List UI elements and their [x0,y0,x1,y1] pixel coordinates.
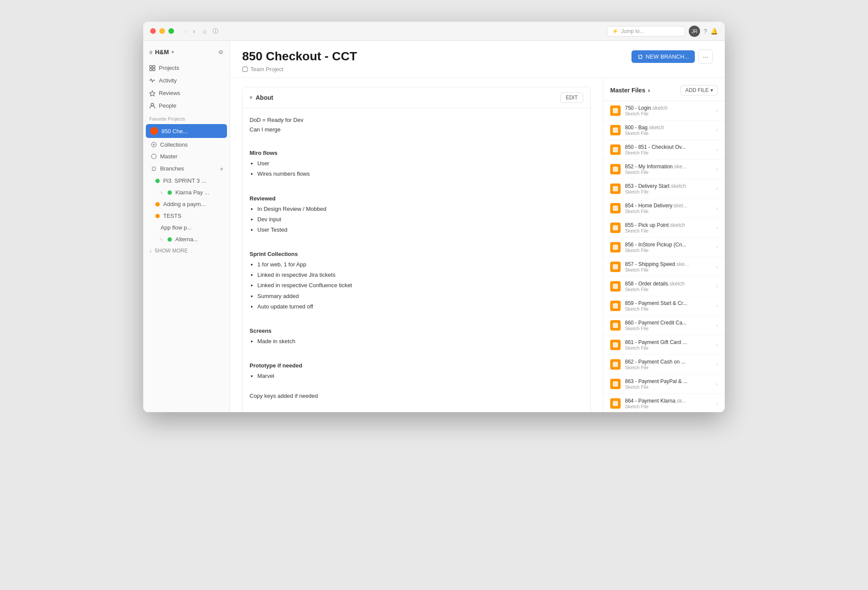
notifications-button[interactable]: 🔔 [710,28,718,35]
about-line-merge: Can I merge [250,125,583,134]
file-item-854[interactable]: 854 - Home Delivery.sket... Sketch File … [603,199,725,218]
close-button[interactable] [150,28,156,34]
show-more-label: SHOW MORE [155,248,188,254]
favorite-projects-label: Favorite Projects [143,112,230,123]
file-item-859[interactable]: 859 - Payment Start & Cr... Sketch File … [603,296,725,316]
main-header: 850 Checkout - CCT Team Project NEW BRAN… [230,41,725,78]
sidebar-item-branches[interactable]: Branches + [143,162,230,175]
file-chevron-858: › [716,283,718,289]
sidebar-item-active-project[interactable]: 850 Che... [146,124,227,138]
file-item-857[interactable]: 857 - Shipping Speed.ske... Sketch File … [603,257,725,277]
sidebar-item-projects[interactable]: Projects [143,62,230,74]
about-line-copy: Copy keys added if needed [250,391,583,401]
file-item-856[interactable]: 856 - InStore Pickup (Cn... Sketch File … [603,238,725,257]
file-item-853[interactable]: 853 - Delivery Start.sketch Sketch File … [603,179,725,199]
add-branch-icon[interactable]: + [220,165,224,172]
file-item-852[interactable]: 852 - My Information.ske... Sketch File … [603,160,725,179]
new-branch-label: NEW BRANCH... [646,53,689,60]
filter-icon[interactable]: ⚙ [218,49,224,56]
sidebar-item-activity[interactable]: Activity [143,74,230,87]
sidebar-item-pi3-sprint3[interactable]: Pi3. SPRINT 3 ... [143,175,230,187]
branch-status-dot [155,214,160,218]
jump-to-label: Jump to... [621,28,644,34]
branch-icon [151,166,157,171]
team-icon [242,66,248,72]
reviewed-list: In Design Review / Mobbed Dev input User… [250,204,583,235]
user-avatar[interactable]: JR [689,26,700,37]
forward-button[interactable]: › [191,27,197,36]
sidebar-item-reviews[interactable]: Reviews [143,87,230,99]
file-type-856: Sketch File [625,248,713,253]
about-line-miro: Miro flows [250,148,583,158]
add-file-label: ADD FILE [685,87,709,93]
sidebar-item-collections[interactable]: Collections [143,139,230,151]
info-button[interactable]: ⓘ [210,26,220,36]
file-icon-800 [610,125,621,135]
file-item-860[interactable]: 860 - Payment Credit Ca... Sketch File › [603,316,725,335]
file-chevron-860: › [716,322,718,328]
edit-button[interactable]: EDIT [560,92,583,103]
brand-name[interactable]: # H&M ▾ [149,49,174,56]
svg-rect-8 [243,67,247,72]
file-icon-862 [610,359,621,370]
sidebar-item-people[interactable]: People [143,99,230,112]
file-item-850[interactable]: 850 - 851 - Checkout Ov... Sketch File › [603,140,725,160]
file-item-861[interactable]: 861 - Payment Gift Card ... Sketch File … [603,335,725,355]
active-project-label: 850 Che... [161,128,187,134]
collapse-icon[interactable]: ▾ [250,95,252,101]
klarna-pay-label: Klarna Pay ... [175,189,209,196]
file-item-864[interactable]: 864 - Payment Klarna.sk... Sketch File › [603,394,725,412]
sidebar-item-app-flow[interactable]: App flow p... [143,222,230,233]
file-info-862: 862 - Payment Cash on ... Sketch File [625,359,713,370]
svg-rect-2 [150,69,152,71]
file-type-864: Sketch File [625,404,713,409]
back-button[interactable]: ‹ [183,27,189,36]
brand-dropdown-icon: ▾ [171,49,174,55]
add-file-button[interactable]: ADD FILE ▾ [681,85,718,95]
file-item-863[interactable]: 863 - Payment PayPal & ... Sketch File › [603,374,725,394]
add-file-arrow: ▾ [710,87,713,93]
indent-arrow: ↳ [160,190,163,195]
sidebar-item-klarna-pay[interactable]: ↳ Klarna Pay ... [143,187,230,198]
file-type-852: Sketch File [625,170,713,175]
minimize-button[interactable] [159,28,165,34]
alterna-label: Alterna... [175,236,198,243]
file-name-862: 862 - Payment Cash on ... [625,359,713,365]
file-item-858[interactable]: 858 - Order details.sketch Sketch File › [603,277,725,296]
file-item-855[interactable]: 855 - Pick up Point.sketch Sketch File › [603,218,725,238]
reviewed-item-dev: Dev input [257,215,583,224]
file-icon-853 [610,184,621,194]
new-branch-button[interactable]: NEW BRANCH... [631,50,695,63]
file-name-856: 856 - InStore Pickup (Cn... [625,242,713,248]
about-section: ▾ About EDIT DoD = Ready for Dev Can I m… [242,87,591,412]
file-name-860: 860 - Payment Credit Ca... [625,320,713,326]
file-info-861: 861 - Payment Gift Card ... Sketch File [625,339,713,351]
file-item-800[interactable]: 800 - Bag.sketch Sketch File › [603,121,725,140]
master-files-title[interactable]: Master Files › [610,87,650,94]
file-type-862: Sketch File [625,365,713,370]
sidebar-item-master[interactable]: Master [143,151,230,162]
content-area: ▾ About EDIT DoD = Ready for Dev Can I m… [230,78,725,412]
reviewed-item-user-tested: User Tested [257,225,583,235]
maximize-button[interactable] [168,28,174,34]
help-button[interactable]: ? [704,28,707,35]
sidebar-item-alterna[interactable]: ↳ Alterna... [143,233,230,245]
file-chevron-800: › [716,127,718,133]
file-chevron-862: › [716,361,718,367]
sprint-item-2: Linked in respective Jira tickets [257,270,583,280]
jump-to-input[interactable]: ⚡ Jump to... [607,26,685,36]
sidebar-item-adding-paym[interactable]: Adding a paym... [143,198,230,210]
home-button[interactable]: ⌂ [201,27,208,36]
more-options-button[interactable]: ··· [698,49,713,64]
file-item-862[interactable]: 862 - Payment Cash on ... Sketch File › [603,355,725,374]
file-icon-857 [610,262,621,272]
file-icon-854 [610,203,621,213]
show-more-button[interactable]: ↓ SHOW MORE [143,245,230,256]
file-info-856: 856 - InStore Pickup (Cn... Sketch File [625,242,713,253]
file-item-750[interactable]: 750 - Login.sketch Sketch File › [603,101,725,121]
branch-status-dot [168,237,172,242]
file-info-750: 750 - Login.sketch Sketch File [625,105,713,116]
file-info-850: 850 - 851 - Checkout Ov... Sketch File [625,144,713,155]
sidebar-item-tests[interactable]: TESTS [143,210,230,222]
file-name-859: 859 - Payment Start & Cr... [625,300,713,306]
